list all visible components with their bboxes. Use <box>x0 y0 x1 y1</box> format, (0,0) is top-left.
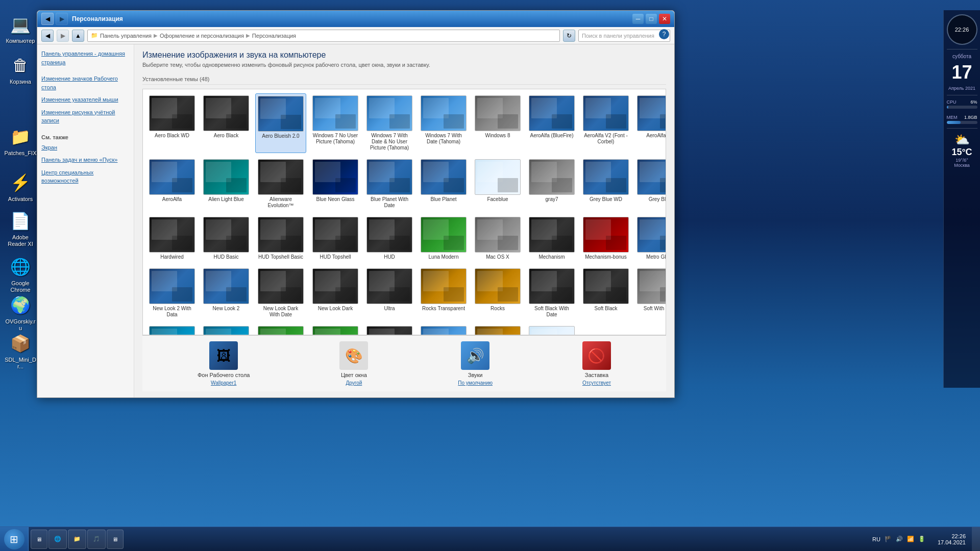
theme-item-30[interactable]: New Look 2 With Data <box>147 266 197 320</box>
themes-grid-container[interactable]: Aero Black WDAero BlackAero Blueish 2.0W… <box>142 89 666 335</box>
theme-item-44[interactable]: Sub Zero Sapphire <box>364 324 414 335</box>
theme-item-33[interactable]: New Look Dark <box>310 266 360 320</box>
taskbar-item-1[interactable]: 🌐 <box>48 530 67 549</box>
taskbar-clock[interactable]: 22:26 17.04.2021 <box>932 533 972 545</box>
theme-item-0[interactable]: Aero Black WD <box>147 93 197 153</box>
theme-item-27[interactable]: Mechanism <box>527 215 577 262</box>
desktop-icon-4[interactable]: 📄Adobe Reader XI <box>2 207 39 249</box>
theme-item-4[interactable]: Windows 7 With Date & No User Picture (T… <box>364 93 414 153</box>
bottom-sublabel-1[interactable]: Другой <box>346 380 362 386</box>
taskbar-item-0[interactable]: 🖥 <box>31 530 47 549</box>
theme-item-36[interactable]: Rocks <box>473 266 523 320</box>
desktop-icon-6[interactable]: 🌍OVGorskiy.ru <box>2 291 39 334</box>
clock-time-display: 22:26 <box>938 533 966 539</box>
theme-item-1[interactable]: Aero Black <box>201 93 251 153</box>
theme-item-11[interactable]: Alien Light Blue <box>201 157 251 211</box>
theme-item-38[interactable]: Soft Black <box>581 266 631 320</box>
theme-item-21[interactable]: HUD Basic <box>201 215 251 262</box>
theme-item-17[interactable]: gray7 <box>527 157 577 211</box>
crumb-3[interactable]: Оформление и персонализация <box>160 33 244 39</box>
nav-up[interactable]: ▲ <box>72 30 84 42</box>
forward-button[interactable]: ▶ <box>56 13 68 25</box>
sidebar-link-cursor[interactable]: Изменение указателей мыши <box>41 94 130 105</box>
theme-item-7[interactable]: AeroAlfa (BlueFire) <box>527 93 577 153</box>
desktop-icon-2[interactable]: 📁Patches_FIX <box>2 122 39 159</box>
theme-item-22[interactable]: HUD Topshell Basic <box>255 215 306 262</box>
search-box[interactable]: Поиск в панели управления 🔍 <box>578 30 670 42</box>
minimize-button[interactable]: ─ <box>632 14 644 24</box>
sidebar-link-screen[interactable]: Экран <box>41 142 130 153</box>
sidebar-link-accessibility[interactable]: Центр специальных возможностей <box>41 167 130 186</box>
network-icon[interactable]: 📶 <box>907 536 914 542</box>
cpu-fill <box>947 106 949 109</box>
desktop-icon-0[interactable]: 💻Компьютер <box>2 10 39 46</box>
theme-item-19[interactable]: Grey Blue <box>635 157 666 211</box>
theme-item-18[interactable]: Grey Blue WD <box>581 157 631 211</box>
theme-item-45[interactable]: Windows 10 Theme <box>419 324 469 335</box>
close-button[interactable]: ✕ <box>659 14 670 24</box>
refresh-button[interactable]: ↻ <box>563 30 575 42</box>
theme-item-16[interactable]: Faceblue <box>473 157 523 211</box>
theme-item-40[interactable]: Soft <box>147 324 197 335</box>
theme-item-24[interactable]: HUD <box>364 215 414 262</box>
bottom-item-1[interactable]: 🎨Цвет окнаДругой <box>339 341 368 386</box>
taskbar-item-2[interactable]: 📁 <box>68 530 86 549</box>
theme-item-42[interactable]: Spring With Data <box>255 324 306 335</box>
taskbar-item-4[interactable]: 🖥 <box>107 530 124 549</box>
nav-back[interactable]: ◀ <box>41 30 54 42</box>
theme-item-5[interactable]: Windows 7 With Date (Tahoma) <box>419 93 469 153</box>
theme-item-39[interactable]: Soft With Data <box>635 266 666 320</box>
theme-item-35[interactable]: Rocks Transparent <box>419 266 469 320</box>
theme-item-6[interactable]: Windows 8 <box>473 93 523 153</box>
theme-item-3[interactable]: Windows 7 No User Picture (Tahoma) <box>310 93 360 153</box>
desktop-icon-7[interactable]: 📦SDL_Mini_Dr... <box>2 329 39 372</box>
nav-forward[interactable]: ▶ <box>57 30 69 42</box>
sidebar-link-icons[interactable]: Изменение значков Рабочего стола <box>41 73 130 92</box>
theme-item-41[interactable]: Soft7 <box>201 324 251 335</box>
volume-icon[interactable]: 🔊 <box>896 536 903 542</box>
theme-item-15[interactable]: Blue Planet <box>419 157 469 211</box>
theme-item-12[interactable]: Alienware Evolution™ <box>255 157 306 211</box>
theme-item-14[interactable]: Blue Planet With Date <box>364 157 414 211</box>
desktop-icon-5[interactable]: 🌐Google Chrome <box>2 253 39 295</box>
maximize-button[interactable]: □ <box>646 14 657 24</box>
sidebar-link-account[interactable]: Изменение рисунка учётной записи <box>41 107 130 126</box>
address-field[interactable]: 📁 Панель управления ▶ Оформление и персо… <box>87 30 560 42</box>
back-button[interactable]: ◀ <box>41 13 54 25</box>
theme-label-24: HUD <box>384 254 395 260</box>
theme-item-23[interactable]: HUD Topshell <box>310 215 360 262</box>
start-button[interactable]: ⊞ <box>0 527 29 552</box>
theme-item-31[interactable]: New Look 2 <box>201 266 251 320</box>
bottom-sublabel-0[interactable]: Wallpaper1 <box>211 380 236 386</box>
desktop-icon-1[interactable]: 🗑Корзина <box>2 51 39 87</box>
theme-item-2[interactable]: Aero Blueish 2.0 <box>255 93 306 153</box>
theme-item-47[interactable]: Windows 8 <box>527 324 577 335</box>
bottom-sublabel-3[interactable]: Отсутствует <box>582 380 611 386</box>
sidebar-link-taskbar[interactable]: Панель задач и меню «Пуск» <box>41 155 130 165</box>
crumb-4[interactable]: Персонализация <box>252 33 296 39</box>
theme-item-46[interactable]: Windows 8.1 <box>473 324 523 335</box>
theme-item-28[interactable]: Mechanism-bonus <box>581 215 631 262</box>
help-button[interactable]: ? <box>659 29 669 39</box>
bottom-item-3[interactable]: 🚫ЗаставкаОтсутствует <box>582 341 611 386</box>
theme-item-13[interactable]: Blue Neon Glass <box>310 157 360 211</box>
show-desktop-button[interactable] <box>972 527 980 552</box>
crumb-2[interactable]: Панель управления <box>100 33 152 39</box>
theme-item-43[interactable]: Spring <box>310 324 360 335</box>
taskbar-item-3[interactable]: 🎵 <box>87 530 106 549</box>
theme-item-37[interactable]: Soft Black With Date <box>527 266 577 320</box>
theme-item-34[interactable]: Ultra <box>364 266 414 320</box>
theme-item-20[interactable]: Hardwired <box>147 215 197 262</box>
theme-item-10[interactable]: AeroAlfa <box>147 157 197 211</box>
bottom-sublabel-2[interactable]: По умолчанию <box>458 380 493 386</box>
theme-item-32[interactable]: New Look Dark With Date <box>255 266 306 320</box>
theme-item-25[interactable]: Luna Modern <box>419 215 469 262</box>
theme-item-26[interactable]: Mac OS X <box>473 215 523 262</box>
bottom-item-2[interactable]: 🔊ЗвукиПо умолчанию <box>458 341 493 386</box>
theme-item-9[interactable]: AeroAlfa V2 <box>635 93 666 153</box>
desktop-icon-3[interactable]: ⚡Activators <box>2 168 39 205</box>
theme-item-29[interactable]: Metro Glass <box>635 215 666 262</box>
sidebar-home-link[interactable]: Панель управления - домашняя страница <box>41 48 130 67</box>
theme-item-8[interactable]: AeroAlfa V2 (Font - Corbel) <box>581 93 631 153</box>
bottom-item-0[interactable]: 🖼Фон Рабочего столаWallpaper1 <box>198 341 250 386</box>
